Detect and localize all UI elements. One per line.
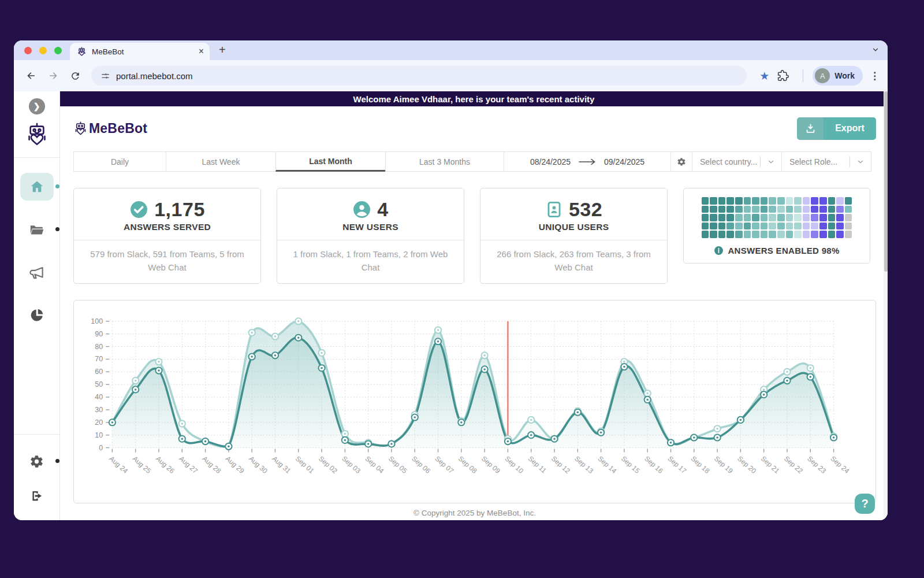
browser-menu-icon[interactable]: ⋮ — [870, 70, 880, 82]
y-axis-tick-label: 50 — [95, 380, 103, 388]
heatmap-cell — [811, 214, 818, 221]
x-axis-date-label: Aug 30 — [247, 454, 269, 475]
sidebar-item-logout[interactable] — [20, 482, 54, 510]
data-point-center — [833, 436, 835, 439]
heatmap-cell — [761, 231, 768, 238]
tab-close-icon[interactable]: × — [199, 47, 204, 56]
window-minimize-button[interactable] — [39, 47, 47, 54]
heatmap-cell — [744, 197, 751, 205]
heatmap-cell — [794, 206, 802, 213]
profile-chip[interactable]: A Work — [813, 66, 863, 86]
x-axis-date-label: Sep 01 — [294, 454, 316, 475]
heatmap-cell — [726, 231, 734, 238]
stat-label: NEW USERS — [283, 222, 458, 232]
heatmap-cell — [761, 206, 768, 213]
heatmap-cell — [803, 214, 810, 221]
extensions-icon[interactable] — [775, 68, 791, 84]
stat-detail: 266 from Slack, 263 from Teams, 3 from W… — [480, 240, 667, 283]
sidebar-item-content[interactable] — [20, 216, 54, 243]
role-select[interactable]: Select Role... — [781, 151, 871, 172]
data-point-center — [344, 433, 346, 435]
tab-search-chevron-icon[interactable] — [871, 46, 880, 56]
x-axis-date-label: Sep 11 — [527, 454, 548, 475]
data-point-center — [390, 443, 393, 445]
data-point-center — [809, 367, 811, 369]
browser-toolbar: portal.mebebot.com ★ A Work ⋮ — [14, 60, 888, 91]
help-button[interactable]: ? — [855, 494, 875, 514]
mebebot-robot-logo-icon — [25, 121, 49, 150]
date-from[interactable]: 08/24/2025 — [530, 157, 571, 166]
heatmap-cell — [744, 223, 751, 230]
forward-button[interactable] — [45, 68, 61, 84]
y-axis-tick-label: 10 — [95, 431, 103, 439]
data-point-center — [274, 354, 277, 357]
window-zoom-button[interactable] — [54, 47, 62, 54]
window-close-button[interactable] — [24, 47, 32, 54]
sidebar-item-broadcasts[interactable] — [20, 258, 54, 286]
data-point-center — [158, 369, 160, 372]
heatmap-cell — [718, 223, 726, 230]
date-to[interactable]: 09/24/2025 — [604, 157, 644, 166]
heatmap-cell — [735, 197, 743, 205]
data-point-center — [483, 368, 486, 370]
scrollbar-thumb[interactable] — [884, 91, 888, 272]
answers-heatmap — [684, 197, 870, 238]
x-axis-date-label: Aug 29 — [224, 454, 246, 475]
copyright-text: © Copyright 2025 by MeBeBot, Inc. — [73, 509, 876, 517]
bookmark-star-icon[interactable]: ★ — [759, 69, 769, 83]
tab-last-week[interactable]: Last Week — [166, 151, 276, 172]
heatmap-cell — [836, 223, 844, 230]
export-button[interactable]: Export — [797, 117, 876, 140]
toolbar-divider — [803, 69, 803, 82]
address-bar[interactable]: portal.mebebot.com — [91, 66, 747, 86]
page-scrollbar[interactable] — [884, 91, 888, 520]
data-point-center — [437, 340, 439, 343]
data-point-center — [321, 352, 323, 354]
filter-settings-button[interactable] — [670, 151, 692, 172]
data-point-center — [600, 432, 602, 434]
data-point-center — [786, 371, 788, 373]
heatmap-cell — [752, 231, 759, 238]
data-point-center — [507, 440, 509, 443]
x-axis-date-label: Sep 06 — [410, 454, 432, 475]
heatmap-cell — [811, 231, 818, 238]
data-point-center — [763, 388, 765, 391]
date-range-picker[interactable]: 08/24/2025 09/24/2025 — [504, 151, 671, 172]
heatmap-cell — [761, 214, 768, 221]
country-select[interactable]: Select country... — [692, 151, 782, 172]
site-settings-icon[interactable] — [100, 71, 110, 81]
heatmap-cell — [744, 214, 751, 221]
heatmap-cell — [702, 197, 709, 205]
info-icon[interactable] — [714, 246, 724, 255]
chevron-down-icon[interactable] — [761, 158, 781, 166]
reload-button[interactable] — [67, 68, 83, 84]
sidebar-item-analytics[interactable] — [20, 301, 54, 329]
x-axis-date-label: Sep 12 — [550, 454, 572, 475]
activity-line-chart[interactable]: 0102030405060708090100Aug 24Aug 25Aug 26… — [74, 301, 875, 503]
home-icon — [29, 179, 44, 194]
heatmap-cell — [811, 197, 818, 205]
heatmap-cell — [726, 223, 734, 230]
heatmap-cell — [702, 206, 709, 213]
export-button-label: Export — [824, 117, 876, 140]
content-notification-dot — [55, 227, 59, 231]
stat-detail: 1 from Slack, 1 from Teams, 2 from Web C… — [277, 240, 464, 283]
sidebar-item-home[interactable] — [20, 173, 54, 201]
tab-daily[interactable]: Daily — [73, 151, 166, 172]
sidebar-item-settings[interactable] — [20, 447, 54, 475]
tab-last-3-months[interactable]: Last 3 Months — [385, 151, 504, 172]
settings-notification-dot — [55, 459, 59, 463]
heatmap-cell — [735, 214, 743, 221]
heatmap-cell — [744, 231, 751, 238]
new-tab-button[interactable]: + — [219, 43, 226, 60]
sidebar-expand-button[interactable]: ❯ — [29, 98, 45, 114]
heatmap-cell — [819, 206, 827, 213]
heatmap-cell — [836, 206, 844, 213]
heatmap-cell — [777, 206, 785, 213]
heatmap-cell — [761, 197, 768, 205]
data-point-center — [274, 335, 277, 338]
back-button[interactable] — [23, 68, 39, 84]
tab-last-month[interactable]: Last Month — [275, 151, 386, 172]
chevron-down-icon[interactable] — [850, 158, 871, 166]
browser-tab[interactable]: MeBeBot × — [70, 43, 210, 60]
